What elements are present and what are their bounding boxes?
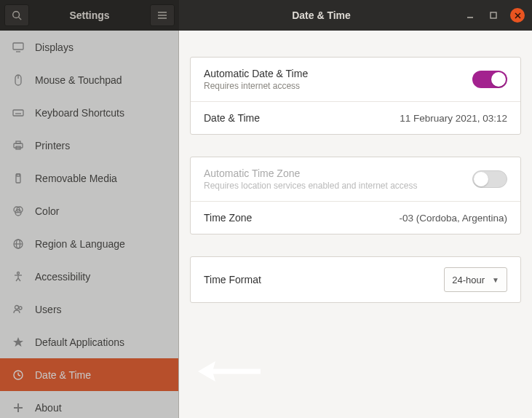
svg-rect-15 — [14, 143, 23, 148]
toggle-knob — [474, 172, 488, 186]
main: Displays Mouse & Touchpad Keyboard Short… — [0, 31, 532, 418]
sidebar-item-keyboard[interactable]: Keyboard Shortcuts — [0, 96, 178, 129]
sidebar-item-label: Region & Language — [35, 238, 125, 250]
panel-datetime: Automatic Date & Time Requires internet … — [190, 57, 521, 135]
search-icon — [12, 10, 22, 20]
row-label: Time Zone — [204, 212, 252, 224]
svg-rect-19 — [17, 174, 20, 176]
row-timezone[interactable]: Time Zone -03 (Cordoba, Argentina) — [191, 202, 520, 234]
sidebar-item-label: Printers — [35, 140, 70, 151]
plus-icon — [12, 401, 25, 414]
sidebar[interactable]: Displays Mouse & Touchpad Keyboard Short… — [0, 31, 179, 418]
keyboard-icon — [12, 106, 25, 119]
row-title: Automatic Date & Time — [204, 68, 308, 79]
sidebar-item-label: About — [35, 402, 62, 414]
star-icon — [12, 336, 25, 349]
sidebar-item-printers[interactable]: Printers — [0, 129, 178, 162]
sidebar-item-about[interactable]: About — [0, 391, 178, 418]
minimize-button[interactable] — [464, 9, 477, 22]
sidebar-item-accessibility[interactable]: Accessibility — [0, 260, 178, 293]
svg-line-1 — [19, 17, 22, 20]
content: Automatic Date & Time Requires internet … — [179, 31, 532, 418]
svg-rect-9 — [13, 43, 23, 50]
row-title: Automatic Time Zone — [204, 167, 418, 179]
sidebar-item-label: Users — [35, 304, 62, 315]
sidebar-item-label: Displays — [35, 42, 74, 53]
row-label: Time Format — [204, 274, 261, 285]
window-controls — [464, 8, 532, 23]
row-value: -03 (Cordoba, Argentina) — [399, 213, 507, 224]
label-group: Automatic Date & Time Requires internet … — [204, 68, 308, 91]
panel-timezone: Automatic Time Zone Requires location se… — [190, 157, 521, 234]
label-group: Automatic Time Zone Requires location se… — [204, 167, 418, 191]
sidebar-item-label: Default Applications — [35, 336, 124, 348]
svg-rect-13 — [13, 110, 23, 116]
usb-icon — [12, 172, 25, 185]
svg-point-31 — [15, 305, 19, 309]
color-icon — [12, 205, 25, 218]
row-subtitle: Requires location services enabled and i… — [204, 181, 418, 191]
svg-line-30 — [18, 278, 20, 281]
content-inner: Automatic Date & Time Requires internet … — [190, 57, 521, 325]
svg-point-26 — [17, 272, 20, 274]
sidebar-item-region[interactable]: Region & Language — [0, 227, 178, 260]
sidebar-item-label: Mouse & Touchpad — [35, 74, 122, 86]
sidebar-item-mouse[interactable]: Mouse & Touchpad — [0, 63, 178, 96]
sidebar-item-default-apps[interactable]: Default Applications — [0, 326, 178, 358]
row-value: 11 February 2021, 03:12 — [400, 113, 507, 124]
printer-icon — [12, 139, 25, 152]
toggle-knob — [491, 72, 506, 87]
toggle-auto-datetime[interactable] — [472, 71, 507, 88]
accessibility-icon — [12, 270, 25, 283]
minimize-icon — [467, 12, 474, 19]
svg-line-35 — [18, 375, 20, 376]
hamburger-icon — [157, 11, 167, 20]
maximize-icon — [490, 12, 497, 19]
svg-point-0 — [13, 12, 20, 18]
sidebar-item-label: Color — [35, 205, 59, 217]
sidebar-item-displays[interactable]: Displays — [0, 31, 178, 63]
sidebar-item-label: Keyboard Shortcuts — [35, 107, 124, 119]
menu-button[interactable] — [150, 4, 175, 26]
maximize-button[interactable] — [487, 9, 500, 22]
sidebar-item-users[interactable]: Users — [0, 293, 178, 326]
close-icon — [515, 12, 521, 19]
toggle-auto-timezone — [472, 170, 507, 188]
svg-rect-16 — [16, 141, 20, 143]
sidebar-item-label: Date & Time — [35, 369, 91, 381]
row-datetime[interactable]: Date & Time 11 February 2021, 03:12 — [191, 102, 520, 134]
chevron-down-icon: ▼ — [492, 276, 499, 284]
svg-line-29 — [16, 278, 18, 281]
close-button[interactable] — [510, 8, 525, 23]
row-label: Date & Time — [204, 112, 260, 124]
sidebar-item-removable[interactable]: Removable Media — [0, 162, 178, 194]
users-icon — [12, 303, 25, 316]
row-auto-datetime[interactable]: Automatic Date & Time Requires internet … — [191, 58, 520, 102]
sidebar-item-datetime[interactable]: Date & Time — [0, 358, 178, 391]
row-time-format: Time Format 24-hour ▼ — [191, 257, 520, 302]
window-title-left: Settings — [29, 9, 150, 21]
panel-timeformat: Time Format 24-hour ▼ — [190, 256, 521, 303]
select-value: 24-hour — [452, 275, 485, 285]
globe-icon — [12, 237, 25, 251]
search-button[interactable] — [4, 4, 29, 26]
sidebar-item-label: Accessibility — [35, 271, 90, 283]
window-title-right: Date & Time — [179, 9, 464, 21]
monitor-icon — [12, 41, 25, 54]
titlebar-left: Settings — [0, 0, 179, 31]
sidebar-item-label: Removable Media — [35, 173, 117, 184]
titlebar: Settings Date & Time — [0, 0, 532, 31]
mouse-icon — [12, 74, 25, 87]
time-format-select[interactable]: 24-hour ▼ — [444, 267, 507, 292]
clock-icon — [12, 368, 25, 382]
row-auto-timezone: Automatic Time Zone Requires location se… — [191, 157, 520, 202]
row-subtitle: Requires internet access — [204, 81, 308, 91]
sidebar-item-color[interactable]: Color — [0, 194, 178, 227]
svg-point-32 — [19, 307, 22, 309]
svg-rect-6 — [491, 12, 496, 18]
